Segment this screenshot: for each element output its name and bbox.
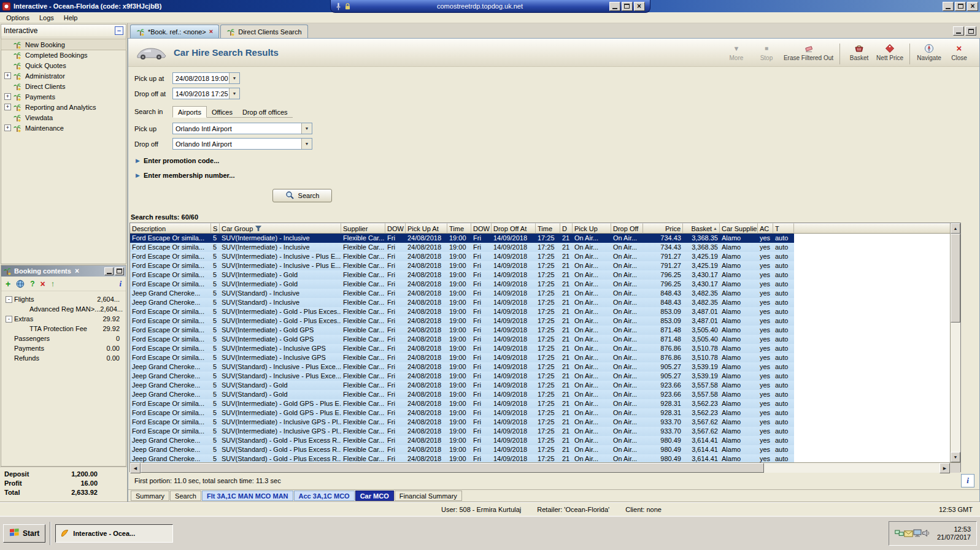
vertical-scrollbar[interactable]: ▲ ▼	[950, 223, 960, 462]
table-row[interactable]: Jeep Grand Cheroke...5SUV(Standard) - In…	[130, 372, 950, 381]
bottom-tab-search[interactable]: Search	[170, 491, 201, 501]
toolbar-erase-filtered-out-button[interactable]: Erase Filtered Out	[782, 43, 835, 61]
table-row[interactable]: Jeep Grand Cheroke...5SUV(Standard) - In…	[130, 362, 950, 372]
info-button[interactable]: i	[961, 474, 974, 487]
column-header-drop-off-at-8[interactable]: Drop Off At	[492, 223, 536, 234]
window-minimize-button[interactable]	[943, 2, 954, 11]
column-header-dow-4[interactable]: DOW	[385, 223, 406, 234]
menu-logs[interactable]: Logs	[34, 13, 59, 23]
table-row[interactable]: Jeep Grand Cheroke...5SUV(Standard) - Go…	[130, 445, 950, 454]
booking-row-flights[interactable]: -Flights2,604...	[2, 294, 125, 304]
sidebar-item-administrator[interactable]: +Administrator	[1, 71, 126, 81]
table-row[interactable]: Ford Escape Or simila...5SUV(Intermediat…	[130, 307, 950, 316]
bottom-tab-summary[interactable]: Summary	[131, 491, 169, 501]
window-maximize-button[interactable]	[955, 2, 966, 11]
table-row[interactable]: Ford Escape Or simila...5SUV(Intermediat…	[130, 234, 950, 243]
column-header-dow-7[interactable]: DOW	[471, 223, 492, 234]
display-icon[interactable]	[913, 529, 922, 537]
booking-row-advanced-reg-man[interactable]: Advanced Reg MAN>...2,604...	[2, 304, 125, 314]
booking-delete-icon[interactable]: ×	[41, 279, 45, 289]
membership-expander[interactable]: ▶ Enter membership number...	[136, 172, 979, 179]
bottom-tab-financial-summary[interactable]: Financial Summary	[395, 491, 462, 501]
sidebar-item-viewdata[interactable]: Viewdata	[1, 112, 126, 123]
table-row[interactable]: Ford Escape Or simila...5SUV(Intermediat…	[130, 261, 950, 270]
tab-direct-clients-search[interactable]: Direct Clients Search	[220, 25, 307, 38]
expander-icon[interactable]: +	[4, 104, 11, 110]
sidebar-item-maintenance[interactable]: +Maintenance	[1, 123, 126, 133]
pin-icon[interactable]	[336, 2, 341, 10]
column-header-drop-off-12[interactable]: Drop Off	[611, 223, 643, 234]
vertical-scrollbar-thumb[interactable]	[951, 234, 960, 323]
start-button[interactable]: Start	[3, 524, 45, 543]
table-row[interactable]: Ford Escape Or simila...5SUV(Intermediat…	[130, 399, 950, 408]
booking-help-icon[interactable]: ?	[30, 279, 34, 289]
bottom-tab-acc-3a-1c-mco[interactable]: Acc 3A,1C MCO	[294, 491, 355, 501]
column-header-t-17[interactable]: T	[773, 223, 794, 234]
booking-row-extras[interactable]: -Extras29.92	[2, 314, 125, 324]
table-row[interactable]: Ford Escape Or simila...5SUV(Intermediat…	[130, 252, 950, 261]
column-header-price-13[interactable]: Price	[643, 223, 683, 234]
pickup-at-field[interactable]: 24/08/2018 19:00 ▼	[172, 72, 240, 84]
toolbar-nett-price-button[interactable]: Nett Price	[875, 43, 905, 61]
dropoff-at-field[interactable]: 14/09/2018 17:25 ▼	[172, 88, 240, 99]
dropdown-arrow-icon[interactable]: ▼	[301, 123, 312, 134]
dropdown-arrow-icon[interactable]: ▼	[229, 73, 239, 83]
sidebar-item-payments[interactable]: +Payments	[1, 91, 126, 102]
booking-globe-icon[interactable]	[16, 279, 25, 289]
panel-maximize-button[interactable]	[115, 267, 124, 275]
table-row[interactable]: Jeep Grand Cheroke...5SUV(Standard) - In…	[130, 289, 950, 298]
horizontal-scrollbar[interactable]: ◀ ▶	[130, 463, 950, 473]
column-header-pick-up-11[interactable]: Pick Up	[573, 223, 611, 234]
column-header-time-9[interactable]: Time	[536, 223, 560, 234]
table-row[interactable]: Jeep Grand Cheroke...5SUV(Standard) - In…	[130, 298, 950, 307]
collapse-panel-button[interactable]: −	[115, 26, 123, 35]
mail-icon[interactable]	[904, 530, 913, 537]
booking-row-payments[interactable]: Payments0.00	[2, 343, 125, 353]
expander-icon[interactable]: +	[4, 93, 11, 100]
column-header-car-group-2[interactable]: Car Group	[220, 223, 341, 234]
expander-icon[interactable]: +	[4, 124, 11, 131]
taskbar-task-button[interactable]: Interactive - Ocea...	[55, 524, 173, 543]
booking-add-icon[interactable]: +	[6, 279, 10, 289]
search-in-tab-drop-off-offices[interactable]: Drop off offices	[237, 107, 293, 117]
menu-help[interactable]: Help	[59, 13, 83, 23]
network-icon[interactable]	[895, 529, 904, 537]
filter-icon[interactable]	[255, 226, 261, 231]
booking-upload-icon[interactable]: ↑	[51, 279, 55, 289]
table-row[interactable]: Ford Escape Or simila...5SUV(Intermediat…	[130, 353, 950, 362]
table-row[interactable]: Ford Escape Or simila...5SUV(Intermediat…	[130, 344, 950, 353]
mdi-minimize-button[interactable]	[953, 26, 964, 36]
bottom-tab-flt-3a-1c-man-mco-man[interactable]: Flt 3A,1C MAN MCO MAN	[202, 491, 293, 501]
close-panel-icon[interactable]: ×	[75, 267, 79, 275]
table-row[interactable]: Ford Escape Or simila...5SUV(Intermediat…	[130, 316, 950, 326]
scroll-down-button[interactable]: ▼	[951, 452, 960, 462]
column-header-s-1[interactable]: S	[211, 223, 220, 234]
pickup-office-select[interactable]: Orlando Intl Airport ▼	[172, 123, 312, 134]
rdp-minimize-button[interactable]	[609, 2, 620, 11]
table-row[interactable]: Ford Escape Or simila...5SUV(Intermediat…	[130, 280, 950, 289]
expander-icon[interactable]: -	[6, 316, 12, 323]
horizontal-scrollbar-thumb[interactable]	[141, 463, 764, 473]
column-header-supplier-3[interactable]: Supplier	[341, 223, 385, 234]
menu-options[interactable]: Options	[1, 13, 34, 23]
column-header-basket-14[interactable]: Basket▲	[683, 223, 720, 234]
column-header-pick-up-at-5[interactable]: Pick Up At	[406, 223, 447, 234]
booking-info-icon[interactable]: i	[119, 279, 122, 289]
toolbar-close-button[interactable]: ×Close	[945, 43, 973, 61]
search-in-tab-offices[interactable]: Offices	[207, 107, 237, 117]
scroll-up-button[interactable]: ▲	[951, 223, 960, 234]
expander-icon[interactable]: -	[6, 296, 12, 303]
booking-row-refunds[interactable]: Refunds0.00	[2, 353, 125, 363]
sidebar-item-new-booking[interactable]: New Booking	[1, 39, 126, 50]
expander-icon[interactable]: +	[4, 72, 11, 79]
close-tab-icon[interactable]: ×	[209, 28, 213, 35]
table-row[interactable]: Ford Escape Or simila...5SUV(Intermediat…	[130, 270, 950, 280]
booking-row-passengers[interactable]: Passengers0	[2, 334, 125, 343]
column-header-description-0[interactable]: Description	[130, 223, 211, 234]
promo-code-expander[interactable]: ▶ Enter promotion code...	[136, 157, 979, 164]
booking-row-tta-protection-fee[interactable]: TTA Protection Fee29.92	[2, 324, 125, 334]
window-close-button[interactable]: ×	[967, 2, 978, 11]
column-header-time-6[interactable]: Time	[447, 223, 471, 234]
table-row[interactable]: Ford Escape Or simila...5SUV(Intermediat…	[130, 408, 950, 418]
column-header-ac-16[interactable]: AC	[758, 223, 773, 234]
